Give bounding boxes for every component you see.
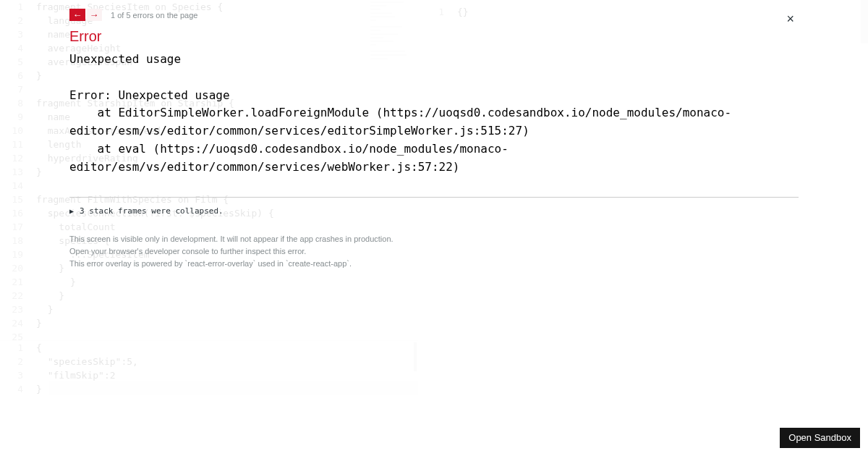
error-title: Error bbox=[69, 28, 799, 45]
error-navigation: ← → 1 of 5 errors on the page bbox=[69, 9, 799, 21]
error-overlay: ← → 1 of 5 errors on the page × Error Un… bbox=[69, 9, 799, 270]
collapsed-frames-toggle[interactable]: ▶ 3 stack frames were collapsed. bbox=[69, 206, 799, 216]
open-sandbox-label: Open Sandbox bbox=[788, 432, 851, 443]
error-count-text: 1 of 5 errors on the page bbox=[111, 11, 197, 20]
divider bbox=[69, 197, 799, 198]
next-error-button[interactable]: → bbox=[86, 9, 102, 21]
dev-note-line: This screen is visible only in developme… bbox=[69, 233, 799, 245]
expand-icon: ▶ bbox=[69, 207, 74, 215]
close-icon[interactable]: × bbox=[786, 12, 794, 27]
dev-note-line: Open your browser's developer console to… bbox=[69, 245, 799, 258]
dev-note-line: This error overlay is powered by `react-… bbox=[69, 258, 799, 270]
error-message: Unexpected usage Error: Unexpected usage… bbox=[69, 51, 799, 177]
collapsed-frames-text: 3 stack frames were collapsed. bbox=[80, 206, 224, 216]
open-sandbox-button[interactable]: Open Sandbox bbox=[780, 428, 860, 448]
prev-error-button[interactable]: ← bbox=[69, 9, 85, 21]
dev-note: This screen is visible only in developme… bbox=[69, 233, 799, 270]
